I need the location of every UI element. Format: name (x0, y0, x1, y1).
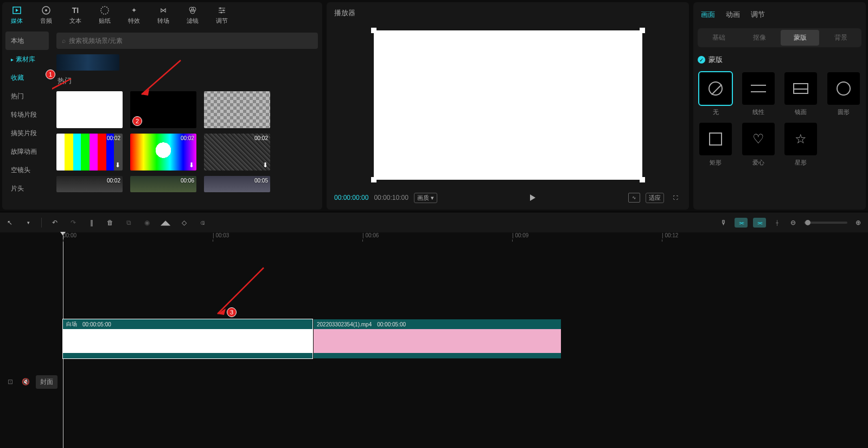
subtab-mask[interactable]: 蒙版 (781, 30, 819, 46)
download-icon[interactable]: ⬇ (263, 161, 268, 169)
crop-tool[interactable]: ⟃ (197, 217, 208, 228)
mask-rect[interactable]: 矩形 (698, 123, 734, 167)
track-toggle-icon[interactable]: ⊡ (5, 377, 15, 387)
player-controls: 00:00:00:00 00:00:10:00 画质 ▾ ∿ 适应 ⛶ (327, 186, 689, 210)
redo-button[interactable]: ↷ (68, 217, 79, 228)
zoom-in-button[interactable]: ⊕ (853, 217, 864, 228)
zoom-out-button[interactable]: ⊖ (788, 217, 799, 228)
zoom-slider[interactable] (804, 222, 847, 224)
undo-button[interactable]: ↶ (49, 217, 60, 228)
download-icon[interactable]: ⬇ (115, 161, 120, 169)
cover-button[interactable]: 封面 (36, 375, 58, 389)
thumb-clip-a[interactable]: 00:02 (56, 176, 123, 192)
tab-filter[interactable]: 滤镜 (178, 2, 207, 28)
props-tab-adjust[interactable]: 调节 (751, 10, 765, 20)
top-tabs: 媒体 音频 TI 文本 贴纸 ✦ 特效 ⋈ 转场 (2, 2, 322, 28)
subtab-basic[interactable]: 基础 (699, 30, 738, 46)
sidebar-favorites[interactable]: 收藏 1 (5, 68, 49, 87)
resize-handle[interactable] (640, 177, 645, 182)
track-headers: ⊡ 🔇 封面 (0, 243, 63, 444)
subtab-cutout[interactable]: 抠像 (740, 30, 778, 46)
sidebar-empty[interactable]: 空镜头 (5, 161, 49, 179)
search-icon: ⌕ (62, 37, 66, 45)
adjust-icon (217, 5, 227, 15)
mask-checkbox[interactable]: ✓ 蒙版 (698, 55, 861, 65)
effects-icon: ✦ (129, 5, 139, 15)
search-input[interactable] (69, 37, 312, 45)
fullscreen-button[interactable]: ⛶ (669, 193, 681, 203)
mirror-tool[interactable]: ◢◣ (160, 217, 171, 228)
tab-audio[interactable]: 音频 (31, 2, 61, 28)
fit-button[interactable]: 适应 (646, 193, 664, 203)
svg-point-12 (223, 10, 225, 11)
cursor-tool[interactable]: ↖ (4, 217, 15, 228)
tab-media[interactable]: 媒体 (2, 2, 31, 28)
thumb-clip-b[interactable]: 00:06 (130, 176, 196, 192)
filter-icon (188, 5, 197, 15)
svg-point-11 (220, 8, 221, 9)
search-bar[interactable]: ⌕ (56, 33, 318, 49)
clip-video[interactable]: 202203302354(1).mp400:00:05:00 (314, 319, 561, 358)
magnet-button-1[interactable]: ⫘ (735, 218, 748, 228)
thumb-clip-c[interactable]: 00:05 (204, 176, 270, 192)
sidebar-funny[interactable]: 搞笑片段 (5, 124, 49, 142)
mask-none[interactable]: 无 (698, 72, 734, 116)
download-icon[interactable]: ⬇ (189, 161, 194, 169)
align-button[interactable]: ⟊ (771, 217, 782, 228)
play-button[interactable] (443, 194, 623, 201)
thumb-colorbars-2[interactable]: 00:02⬇ (130, 134, 196, 171)
sidebar-opening[interactable]: 片头 (5, 179, 49, 198)
mask-heart[interactable]: ♡爱心 (741, 123, 777, 167)
waveform-button[interactable]: ∿ (628, 193, 640, 203)
copy-button[interactable]: ⧉ (123, 217, 134, 228)
player-canvas[interactable] (327, 24, 689, 186)
thumb-colorbars-1[interactable]: 00:02⬇ (56, 134, 123, 171)
rotate-tool[interactable]: ◇ (178, 217, 189, 228)
quality-button[interactable]: 画质 ▾ (414, 193, 437, 203)
play-icon (530, 194, 535, 201)
thumb-recent[interactable] (56, 54, 119, 71)
tab-text[interactable]: TI 文本 (61, 2, 90, 28)
mask-linear[interactable]: 线性 (741, 72, 777, 116)
sidebar-glitch[interactable]: 故障动画 (5, 142, 49, 161)
thumb-black[interactable]: 2 (130, 91, 196, 128)
mask-star[interactable]: ☆星形 (783, 123, 819, 167)
sidebar-transitions[interactable]: 转场片段 (5, 105, 49, 124)
resize-handle[interactable] (371, 177, 376, 182)
clip-white[interactable]: 白场00:00:05:00 (63, 319, 312, 358)
sidebar-hot[interactable]: 热门 (5, 87, 49, 105)
properties-panel: 画面 动画 调节 基础 抠像 蒙版 背景 ✓ 蒙版 无 线性 镜面 圆形 矩形 … (693, 2, 866, 210)
tab-adjust[interactable]: 调节 (207, 2, 237, 28)
media-content: ⌕ 热门 2 00:02⬇ 00:02 (52, 28, 322, 210)
mask-mirror[interactable]: 镜面 (783, 72, 819, 116)
timeline-ruler[interactable]: 00:00 | 00:03 | 00:06 | 00:09 | 00:12 (63, 232, 864, 243)
mic-button[interactable]: 🎙 (718, 217, 729, 228)
player-title: 播放器 (327, 2, 689, 24)
delete-button[interactable]: 🗑 (105, 217, 116, 228)
svg-point-13 (221, 12, 222, 14)
resize-handle[interactable] (640, 28, 645, 33)
tab-transition[interactable]: ⋈ 转场 (149, 2, 178, 28)
thumb-noise[interactable]: 00:02⬇ (204, 134, 270, 171)
resize-handle[interactable] (371, 28, 376, 33)
time-duration: 00:00:10:00 (374, 194, 408, 201)
props-tab-animation[interactable]: 动画 (726, 10, 740, 20)
track-mute-icon[interactable]: 🔇 (21, 377, 30, 387)
tab-sticker[interactable]: 贴纸 (90, 2, 119, 28)
subtab-background[interactable]: 背景 (821, 30, 860, 46)
dropdown-icon[interactable]: ▾ (23, 217, 34, 228)
timeline-section: ↖ ▾ ↶ ↷ ‖ 🗑 ⧉ ◉ ◢◣ ◇ ⟃ 🎙 ⫘ ⫘ ⟊ ⊖ ⊕ 00:00… (0, 212, 868, 444)
props-tab-picture[interactable]: 画面 (701, 10, 715, 20)
annotation-arrow-3 (212, 265, 266, 319)
magnet-button-2[interactable]: ⫘ (753, 218, 766, 228)
mask-circle[interactable]: 圆形 (826, 72, 862, 116)
thumb-transparent[interactable] (204, 91, 270, 128)
split-tool[interactable]: ‖ (86, 217, 97, 228)
sidebar-library[interactable]: 素材库 (5, 50, 49, 68)
tab-effects[interactable]: ✦ 特效 (119, 2, 149, 28)
canvas-area[interactable] (374, 30, 642, 180)
record-button[interactable]: ◉ (142, 217, 152, 228)
sidebar-local[interactable]: 本地 (5, 31, 49, 50)
tracks-area[interactable]: 3 白场00:00:05:00 202203302354(1).mp400:00… (63, 243, 868, 444)
transition-icon: ⋈ (158, 5, 168, 15)
